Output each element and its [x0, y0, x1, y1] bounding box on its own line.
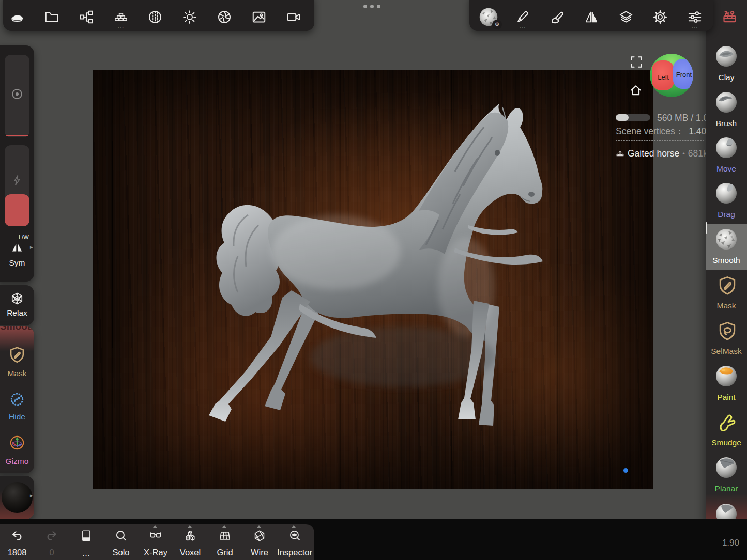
- tool-smooth[interactable]: Smooth: [706, 227, 747, 272]
- paintbrush-icon[interactable]: [550, 9, 565, 25]
- tool-smudge[interactable]: Smudge: [706, 409, 747, 455]
- selmask-shield-icon: [716, 320, 739, 343]
- nav-face-left-label: Left: [653, 73, 673, 81]
- voxel-caret[interactable]: [188, 525, 192, 528]
- redo-button[interactable]: 0: [38, 529, 66, 558]
- grid-caret[interactable]: [222, 525, 226, 528]
- node-graph-icon[interactable]: [79, 9, 94, 25]
- active-alpha-rock-button[interactable]: ⚙: [479, 7, 498, 27]
- home-icon[interactable]: [629, 83, 643, 98]
- alpha-gear-badge: ⚙: [492, 20, 502, 29]
- hide-button[interactable]: Hide: [0, 388, 34, 426]
- camera-capture-icon[interactable]: [286, 9, 301, 25]
- grid-icon: [218, 529, 232, 542]
- undo-icon: [10, 529, 24, 542]
- tool-clay[interactable]: Clay: [706, 44, 747, 89]
- object-name: Gaited horse: [628, 148, 679, 159]
- redo-count: 0: [38, 548, 66, 557]
- sym-button[interactable]: ▸ Sym: [1, 238, 33, 274]
- sidebar-scroll-indicator[interactable]: [706, 222, 707, 234]
- planar-sphere-thumb: [715, 456, 738, 479]
- undo-button[interactable]: 1808: [3, 529, 31, 558]
- stroke-indicator-dot: [623, 468, 628, 473]
- postprocess-aperture-icon[interactable]: [217, 9, 232, 25]
- tool-selmask[interactable]: SelMask: [706, 318, 747, 363]
- wireframe-icon: [253, 529, 266, 542]
- gizmo-axes-icon: [8, 434, 26, 452]
- sym-expand-arrow: ▸: [30, 244, 33, 251]
- radius-icon: [10, 87, 24, 101]
- nav-orientation-cube[interactable]: Left Front: [650, 54, 693, 97]
- inspector-caret[interactable]: [292, 525, 296, 528]
- files-folder-icon[interactable]: [44, 9, 59, 25]
- solo-button[interactable]: Solo: [104, 529, 138, 558]
- gizmo-button[interactable]: Gizmo: [0, 432, 34, 470]
- drag-sphere-thumb: [715, 182, 738, 205]
- tool-brush[interactable]: Brush: [706, 90, 747, 135]
- brush-sphere-thumb: [715, 91, 738, 114]
- tool-move[interactable]: Move: [706, 135, 747, 181]
- layers-icon[interactable]: [618, 9, 634, 25]
- voxel-label: Voxel: [173, 548, 207, 557]
- radius-slider[interactable]: [5, 55, 29, 137]
- memory-progressbar-fill: [616, 114, 629, 121]
- grid-label: Grid: [208, 548, 242, 557]
- tool-smooth-label: Smooth: [706, 256, 747, 265]
- smudge-hand-icon: [716, 411, 739, 434]
- mask-button[interactable]: Mask: [0, 344, 34, 381]
- grid-button[interactable]: Grid: [208, 529, 242, 558]
- hide-label: Hide: [0, 412, 34, 422]
- tool-paint-label: Paint: [706, 393, 747, 402]
- object-pyramid-icon: [616, 149, 624, 158]
- tool-smudge-label: Smudge: [706, 438, 747, 447]
- image-export-icon[interactable]: [251, 9, 267, 25]
- wire-button[interactable]: Wire: [242, 529, 277, 558]
- xray-caret[interactable]: [153, 525, 157, 528]
- scene-object-row[interactable]: Gaited horse • 681k: [616, 148, 708, 159]
- stylus-more-dots: …: [516, 24, 529, 28]
- settings-gear-icon[interactable]: [652, 9, 668, 25]
- tool-planar-label: Planar: [706, 484, 747, 493]
- scene-vertices-label: Scene vertices：: [616, 126, 684, 136]
- nomad-logo-icon[interactable]: [9, 10, 25, 25]
- texture-sphere-icon[interactable]: [147, 9, 163, 25]
- relax-label: Relax: [0, 308, 34, 318]
- tool-drag-label: Drag: [706, 210, 747, 219]
- toolbox-icon[interactable]: [722, 9, 738, 25]
- history-button[interactable]: …: [72, 529, 100, 558]
- xray-button[interactable]: X-Ray: [139, 529, 173, 558]
- symmetry-mirror-icon[interactable]: [584, 9, 599, 25]
- object-vertex-count: 681k: [688, 148, 708, 159]
- stats-divider: [616, 140, 704, 141]
- inspector-button[interactable]: Inspector: [275, 529, 314, 558]
- history-notebook-icon: [80, 529, 93, 542]
- wire-caret[interactable]: [257, 525, 261, 528]
- tool-move-label: Move: [706, 164, 747, 174]
- window-handle-dots: [363, 5, 380, 8]
- wire-label: Wire: [242, 548, 277, 557]
- tool-planar[interactable]: Planar: [706, 455, 747, 501]
- smooth-rock-thumb: [715, 228, 738, 251]
- zoom-indicator: 1.90: [703, 538, 739, 548]
- intensity-slider[interactable]: [5, 145, 29, 226]
- lighting-sun-icon[interactable]: [182, 9, 197, 25]
- voxel-cubes-icon: [184, 529, 197, 542]
- tool-selmask-label: SelMask: [706, 347, 747, 356]
- viewport-canvas[interactable]: [93, 70, 653, 489]
- intensity-slider-fill: [5, 194, 29, 226]
- mask-label: Mask: [0, 369, 34, 378]
- sym-mirror-icon: [9, 240, 25, 255]
- voxel-button[interactable]: Voxel: [173, 529, 207, 558]
- fullscreen-icon[interactable]: [630, 55, 643, 69]
- radius-slider-fill: [6, 135, 28, 137]
- tool-mask-label: Mask: [706, 301, 747, 310]
- material-sphere-button[interactable]: [2, 482, 33, 513]
- gizmo-label: Gizmo: [0, 457, 34, 466]
- tool-paint[interactable]: Paint: [706, 364, 747, 409]
- sliders-more-dots: …: [689, 24, 701, 28]
- tool-mask[interactable]: Mask: [706, 272, 747, 318]
- undo-count: 1808: [3, 548, 31, 557]
- tool-drag[interactable]: Drag: [706, 181, 747, 226]
- tool-clay-label: Clay: [706, 73, 747, 82]
- inspector-label: Inspector: [275, 548, 314, 557]
